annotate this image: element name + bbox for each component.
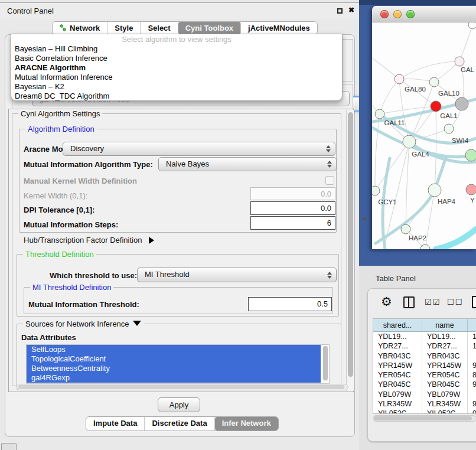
network-node-gal11[interactable] (375, 109, 384, 119)
tab-cyni-toolbox[interactable]: Cyni Toolbox (178, 22, 241, 34)
hub-definition-section[interactable]: Hub/Transcription Factor Definition (24, 236, 154, 244)
scrollbar-thumb[interactable] (18, 385, 344, 389)
mi-type-combobox[interactable]: Naive Bayes (158, 157, 337, 171)
table-cell: YPR145W (373, 361, 422, 370)
table-row[interactable]: YLR345WYLR345W9. (373, 399, 476, 409)
table-row[interactable]: YDR27...YDR27...12 (373, 341, 476, 351)
table-cell: 0. (468, 409, 476, 414)
mi-threshold-label: Mutual Information Threshold: (28, 300, 139, 309)
data-attributes-list[interactable]: SelfLoopsTopologicalCoefficientBetweenne… (26, 344, 330, 384)
which-threshold-combobox[interactable]: MI Threshold (137, 268, 337, 282)
network-edge[interactable] (372, 58, 399, 79)
checked-pair-icon[interactable]: ☑☑ (425, 298, 441, 306)
network-edge[interactable] (435, 106, 436, 190)
close-traffic-light-icon[interactable] (380, 10, 389, 18)
tab-label: Style (115, 24, 133, 32)
network-edge-highlight[interactable] (436, 229, 476, 249)
close-icon[interactable]: ✖ (348, 6, 354, 14)
settings-horizontal-scrollbar[interactable] (17, 384, 348, 390)
aracne-mode-combobox[interactable]: Discovery (63, 142, 335, 156)
minimize-traffic-light-icon[interactable] (393, 10, 402, 18)
collapse-right-arrow-icon[interactable] (149, 237, 154, 244)
network-edge[interactable] (375, 114, 380, 191)
node-table[interactable]: shared...nameAYDL19...YDL19...13YDR27...… (373, 318, 476, 414)
tab-style[interactable]: Style (107, 22, 141, 34)
network-edge[interactable] (459, 25, 472, 61)
attribute-item-betweennesscentrality[interactable]: BetweennessCentrality (27, 364, 321, 373)
settings-vertical-scrollbar[interactable] (346, 110, 354, 391)
dropdown-item-bayesian-hill-climbing[interactable]: Bayesian – Hill Climbing (11, 44, 342, 54)
network-node-gal80[interactable] (395, 74, 404, 84)
scrollbar-thumb[interactable] (323, 346, 328, 380)
columns-icon[interactable] (403, 296, 415, 308)
scrollbar-thumb[interactable] (348, 112, 353, 377)
table-row[interactable]: YER054CYER054C8. (373, 370, 476, 380)
attribute-item-selfloops[interactable]: SelfLoops (27, 345, 321, 354)
unchecked-pair-icon[interactable]: ☐☐ (447, 298, 463, 306)
manual-kernel-checkbox[interactable] (325, 176, 334, 185)
collapse-down-arrow-icon[interactable] (133, 321, 141, 326)
table-cell: 9. (468, 399, 476, 409)
network-node-gal[interactable] (455, 57, 464, 66)
algorithm-dropdown-popup: Select algorithm to view settings Bayesi… (11, 34, 343, 101)
dropdown-item-dream8-dc-tdc-algorithm[interactable]: Dream8 DC_TDC Algorithm (11, 92, 342, 101)
network-node-hap4[interactable] (428, 184, 441, 197)
tab-jactivemnodules[interactable]: jActiveMNodules (241, 22, 317, 34)
table-cell: YDL19... (373, 332, 422, 341)
table-row[interactable]: YBR045CYBR045C9. (373, 380, 476, 389)
dropdown-item-bayesian-k2[interactable]: Bayesian – K2 (11, 82, 342, 92)
table-row[interactable]: YBR043CYBR043C (373, 351, 476, 361)
network-node[interactable] (468, 22, 476, 29)
tab-impute-data[interactable]: Impute Data (86, 417, 145, 431)
float-icon[interactable] (337, 8, 343, 14)
network-node-gal1[interactable] (431, 101, 441, 112)
network-node-gcy1[interactable] (372, 186, 380, 195)
node-label: GAL1 (440, 112, 457, 119)
hub-definition-label: Hub/Transcription Factor Definition (24, 236, 142, 244)
network-window-titlebar[interactable] (372, 6, 476, 22)
kernel-width-input[interactable]: 0.0 (250, 187, 335, 200)
network-node[interactable] (420, 244, 430, 249)
network-node-swi4[interactable] (444, 124, 454, 133)
table-horizontal-scrollbar[interactable] (373, 415, 476, 422)
column-header[interactable]: name (422, 319, 468, 331)
table-cell: YLR345W (422, 399, 468, 409)
network-canvas[interactable]: GALGAL80GAL10GAL1GAL11SWI4GAL4GCY1HAP4YH… (372, 22, 476, 249)
network-edge[interactable] (380, 79, 399, 114)
dropdown-item-mutual-information-inference[interactable]: Mutual Information Inference (11, 73, 342, 82)
zoom-traffic-light-icon[interactable] (406, 10, 415, 18)
network-node-gal4[interactable] (403, 135, 416, 148)
network-edge[interactable] (375, 142, 409, 191)
tab-infer-network[interactable]: Infer Network (215, 417, 278, 431)
network-node[interactable] (465, 149, 476, 161)
network-edge[interactable] (399, 79, 434, 82)
panel-grip-button[interactable] (1, 443, 17, 450)
attributes-scrollbar[interactable] (322, 345, 328, 382)
tab-label: Infer Network (222, 419, 271, 428)
mi-threshold-input[interactable]: 0.5 (248, 297, 332, 311)
apply-button[interactable]: Apply (158, 397, 200, 412)
attribute-item-gal4rgexp[interactable]: gal4RGexp (27, 373, 321, 383)
column-header[interactable]: A (468, 319, 476, 331)
network-edge[interactable] (399, 61, 459, 79)
table-row[interactable]: YBL079WYBL079W (373, 390, 476, 399)
tab-select[interactable]: Select (141, 22, 178, 34)
tab-network[interactable]: Network (53, 22, 107, 34)
network-node-gal10[interactable] (429, 77, 439, 87)
dpi-tolerance-input[interactable]: 0.0 (250, 201, 335, 215)
gear-icon[interactable]: ⚙ (381, 295, 392, 309)
document-icon[interactable] (472, 296, 476, 308)
network-node-y[interactable] (466, 184, 476, 195)
table-row[interactable]: YIL052CYIL052C0. (373, 409, 476, 414)
tab-discretize-data[interactable]: Discretize Data (145, 417, 214, 431)
table-row[interactable]: YPR145WYPR145W9. (373, 361, 476, 370)
network-node-hap2[interactable] (401, 224, 410, 234)
scrollbar-thumb[interactable] (374, 416, 472, 420)
dropdown-item-aracne-algorithm[interactable]: ARACNE Algorithm (11, 63, 342, 73)
table-row[interactable]: YDL19...YDL19...13 (373, 332, 476, 341)
dropdown-item-basic-correlation-inference[interactable]: Basic Correlation Inference (11, 54, 342, 63)
attribute-item-topologicalcoefficient[interactable]: TopologicalCoefficient (27, 354, 321, 364)
network-node[interactable] (455, 97, 468, 110)
column-header[interactable]: shared... (373, 319, 422, 331)
mi-steps-input[interactable]: 6 (250, 216, 335, 230)
